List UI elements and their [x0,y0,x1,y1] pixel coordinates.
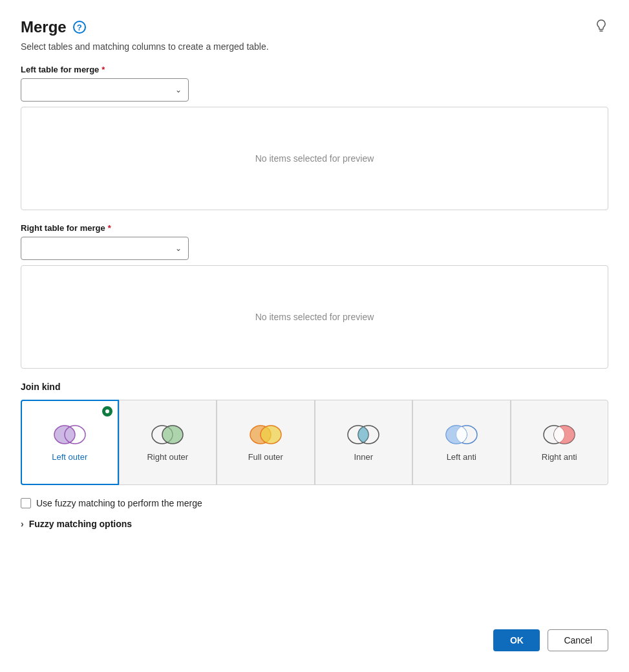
left-table-preview: No items selected for preview [21,107,608,210]
inner-label: Inner [354,452,373,463]
right-table-label: Right table for merge* [21,223,608,233]
dialog-header: Merge ? [21,18,608,36]
cancel-button[interactable]: Cancel [548,629,608,651]
full-outer-label: Full outer [248,452,283,463]
join-kind-label: Join kind [21,382,608,392]
join-card-right-anti[interactable]: Right anti [511,400,609,485]
fuzzy-options-label: Fuzzy matching options [29,519,132,529]
left-table-preview-text: No items selected for preview [255,153,374,164]
inner-venn [344,422,383,447]
full-outer-venn [246,422,285,447]
merge-dialog: Merge ? Select tables and matching colum… [0,0,629,672]
left-anti-label: Left anti [447,452,476,463]
right-outer-label: Right outer [147,452,188,463]
right-table-preview: No items selected for preview [21,265,608,369]
left-table-dropdown[interactable]: ⌄ [21,78,189,102]
selected-indicator [102,406,112,417]
join-card-left-outer[interactable]: Left outer [21,400,119,485]
chevron-right-icon: › [21,519,24,529]
fuzzy-checkbox-row[interactable]: Use fuzzy matching to perform the merge [21,498,608,508]
lightbulb-icon[interactable] [594,19,608,36]
join-card-left-anti[interactable]: Left anti [412,400,511,485]
svg-point-5 [261,426,281,444]
join-card-full-outer[interactable]: Full outer [217,400,315,485]
right-table-arrow: ⌄ [175,244,182,253]
right-anti-label: Right anti [542,452,577,463]
ok-button[interactable]: OK [493,629,540,651]
fuzzy-checkbox[interactable] [21,498,31,508]
dialog-title: Merge [21,18,67,36]
join-kind-row: Left outer Right outer Full outer [21,400,608,485]
left-table-arrow: ⌄ [175,85,182,94]
fuzzy-options-row[interactable]: › Fuzzy matching options [21,519,608,529]
footer-row: OK Cancel [21,619,608,651]
left-outer-venn [50,422,89,447]
fuzzy-checkbox-label: Use fuzzy matching to perform the merge [36,498,202,508]
subtitle: Select tables and matching columns to cr… [21,41,608,52]
right-anti-venn [540,422,579,447]
left-outer-label: Left outer [52,452,87,463]
right-outer-venn [148,422,187,447]
svg-point-3 [162,426,183,444]
right-table-dropdown[interactable]: ⌄ [21,237,189,260]
join-card-right-outer[interactable]: Right outer [119,400,217,485]
help-icon[interactable]: ? [73,21,86,34]
right-table-preview-text: No items selected for preview [255,312,374,322]
title-row: Merge ? [21,18,86,36]
join-card-inner[interactable]: Inner [315,400,413,485]
left-table-label: Left table for merge* [21,65,608,74]
left-anti-venn [442,422,481,447]
